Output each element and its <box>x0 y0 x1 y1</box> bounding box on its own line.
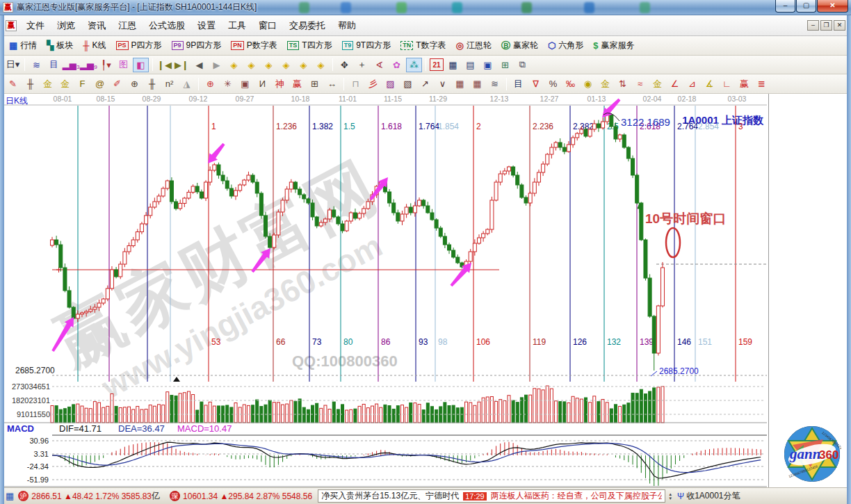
market-grid-icon[interactable]: ▦ <box>6 491 14 501</box>
web-square-icon[interactable]: ▣ <box>237 76 253 91</box>
overlay-icon[interactable]: ≋ <box>29 58 44 72</box>
hatch-purple-icon[interactable]: ▨ <box>382 76 398 91</box>
gold-base-icon[interactable]: 金 <box>649 76 665 91</box>
crosshair-tool-icon[interactable]: ＋ <box>354 58 370 72</box>
waves-icon[interactable]: ≈ <box>632 76 648 91</box>
menu-item-资讯[interactable]: 资讯 <box>81 18 112 33</box>
menu-item-工具[interactable]: 工具 <box>222 18 252 33</box>
mdi-button-1[interactable]: ❐ <box>820 20 832 31</box>
gold-grid-2-icon[interactable]: 金 <box>57 76 73 91</box>
bars-3-icon[interactable]: ▂▅₃ <box>63 58 79 72</box>
permille-icon[interactable]: ‰ <box>562 76 578 91</box>
info-note-icon[interactable]: 目 <box>46 58 62 72</box>
go-first-icon[interactable]: ❙◀ <box>156 58 172 72</box>
h-measure-icon[interactable]: ↔ <box>324 76 340 91</box>
menu-item-浏览[interactable]: 浏览 <box>51 18 81 33</box>
spiral-icon[interactable]: @ <box>92 76 108 91</box>
go-last-icon[interactable]: ▶❙ <box>174 58 190 72</box>
pen-icon[interactable]: ✎ <box>5 76 21 91</box>
toolbar-button-p-table[interactable]: PNP数字表 <box>226 38 282 53</box>
mdi-button-0[interactable]: – <box>807 20 819 31</box>
grid-a-icon[interactable]: ▦ <box>452 76 468 91</box>
grid-ruler-icon[interactable]: ╫ <box>22 76 38 91</box>
target-circle-icon[interactable]: ⊕ <box>202 76 218 91</box>
gold-grid-1-icon[interactable]: 金 <box>40 76 56 91</box>
gann-diamond-3-icon[interactable]: ◈ <box>261 58 277 72</box>
gann-diamond-5-icon[interactable]: ◈ <box>295 58 311 72</box>
menu-item-交易委托[interactable]: 交易委托 <box>283 18 332 33</box>
candle-style-icon[interactable]: ╿▾ <box>98 58 114 72</box>
calculator-icon[interactable]: ▦ <box>445 58 461 72</box>
zigzag-icon[interactable]: ∨ <box>435 76 451 91</box>
hand-tool-icon[interactable]: ✥ <box>337 58 352 72</box>
menu-item-公式选股[interactable]: 公式选股 <box>143 18 191 33</box>
flower-tool-icon[interactable]: ✿ <box>389 58 405 72</box>
menu-item-窗口[interactable]: 窗口 <box>252 18 283 33</box>
toolbar-button-t-table[interactable]: TNT数字表 <box>396 38 451 53</box>
grid-ruler-2-icon[interactable]: ╫ <box>144 76 160 91</box>
gold-angle-icon[interactable]: ∡ <box>702 76 718 91</box>
toolbar-button-quotes[interactable]: ▦行情 <box>4 38 42 53</box>
gann-diamond-4-icon[interactable]: ◈ <box>278 58 294 72</box>
maximize-button[interactable]: ▢ <box>796 0 816 13</box>
toolbar-button-winner-service[interactable]: $赢家服务 <box>588 38 639 53</box>
close-button[interactable]: ✕ <box>817 0 848 13</box>
toolbar-button-9p-square[interactable]: P99P四方形 <box>167 38 227 53</box>
web-icon[interactable]: ✳ <box>220 76 236 91</box>
go-prev-icon[interactable]: ◀ <box>191 58 207 72</box>
news-scroll-spinner[interactable]: ▲▼ <box>668 492 672 501</box>
gold-lines-icon[interactable]: 金 <box>597 76 613 91</box>
brain-tool-icon[interactable]: ⁂ <box>406 58 422 72</box>
toolbar-button-gann-wheel[interactable]: ◎江恩轮 <box>451 38 496 53</box>
menu-item-文件[interactable]: 文件 <box>20 18 51 33</box>
angle-red-icon[interactable]: ∠ <box>667 76 683 91</box>
bars-9-icon[interactable]: ▂▅₉ <box>81 58 97 72</box>
save-icon[interactable]: ▣ <box>480 58 496 72</box>
angle-measure-icon[interactable]: ∢ <box>371 58 387 72</box>
notes-icon[interactable]: ▤ <box>462 58 478 72</box>
trend-arrow-icon[interactable]: ↗ <box>417 76 433 91</box>
go-next-icon[interactable]: ▶ <box>209 58 225 72</box>
layout-icon[interactable]: 日▾ <box>5 58 21 72</box>
gann-diamond-2-icon[interactable]: ◈ <box>243 58 259 72</box>
pct-down-icon[interactable]: ∇ <box>528 76 544 91</box>
gold-circle-icon[interactable]: ◉ <box>580 76 596 91</box>
hatch-dark-icon[interactable]: ▧ <box>400 76 416 91</box>
f-angle-icon[interactable]: ⊿ <box>684 76 700 91</box>
stack-angle-icon[interactable]: ≣ <box>754 76 770 91</box>
lines-set-icon[interactable]: ≋ <box>487 76 503 91</box>
n-square-icon[interactable]: n² <box>161 76 177 91</box>
menu-item-江恩[interactable]: 江恩 <box>112 18 143 33</box>
news-ticker[interactable]: 净买入贵州茅台15.13亿元、宁德时代 17:29 两连板人福医药：经自查，公司… <box>318 489 665 503</box>
toolbar-button-sectors[interactable]: ▚板块 <box>42 38 78 53</box>
grid-b-icon[interactable]: ▦ <box>469 76 485 91</box>
gann-diamond-1-icon[interactable]: ◈ <box>226 58 242 72</box>
toolbar-button-t-square[interactable]: TST四方形 <box>282 38 337 53</box>
toolbar-button-kline[interactable]: ╫K线 <box>78 38 111 53</box>
toolbar-button-winner-wheel[interactable]: Ⓑ赢家轮 <box>496 38 543 54</box>
da-angle-icon[interactable]: ∟ <box>719 76 735 91</box>
frame-icon[interactable]: ⊓ <box>348 76 364 91</box>
minimize-button[interactable]: – <box>775 0 795 13</box>
wave-mark-icon[interactable]: И <box>254 76 270 91</box>
menu-item-设置[interactable]: 设置 <box>191 18 222 33</box>
angle-ruler-icon[interactable]: ◮ <box>179 76 195 91</box>
mdi-button-2[interactable]: ✕ <box>834 20 845 31</box>
updown-pen-icon[interactable]: ⇅ <box>615 76 631 91</box>
kline-chart[interactable]: 08-0108-1508-2909-1209-2710-1811-0111-15… <box>0 94 768 487</box>
ying-tool-icon[interactable]: 赢 <box>289 76 305 91</box>
export-chart-icon[interactable]: ⊞ <box>497 58 513 72</box>
color-kline-icon[interactable]: ◧ <box>133 58 149 72</box>
pattern-icon[interactable]: 图 <box>115 58 131 72</box>
gann-diamond-6-icon[interactable]: ◈ <box>313 58 329 72</box>
calendar-icon[interactable]: 21 <box>430 58 444 71</box>
compass-grid-icon[interactable]: ⊕ <box>127 76 143 91</box>
toolbar-button-hexagon[interactable]: ⬡六角形 <box>543 38 588 53</box>
grid-123-icon[interactable]: ⊞ <box>307 76 323 91</box>
panel-lines-icon[interactable]: 目 <box>510 76 526 91</box>
gann-fan-icon[interactable]: 彡 <box>365 76 381 91</box>
toolbar-button-9t-square[interactable]: T99T四方形 <box>337 38 396 53</box>
toolbar-button-p-square[interactable]: PSP四方形 <box>111 38 167 53</box>
shen-tool-icon[interactable]: 神 <box>272 76 288 91</box>
percent-icon[interactable]: % <box>545 76 561 91</box>
